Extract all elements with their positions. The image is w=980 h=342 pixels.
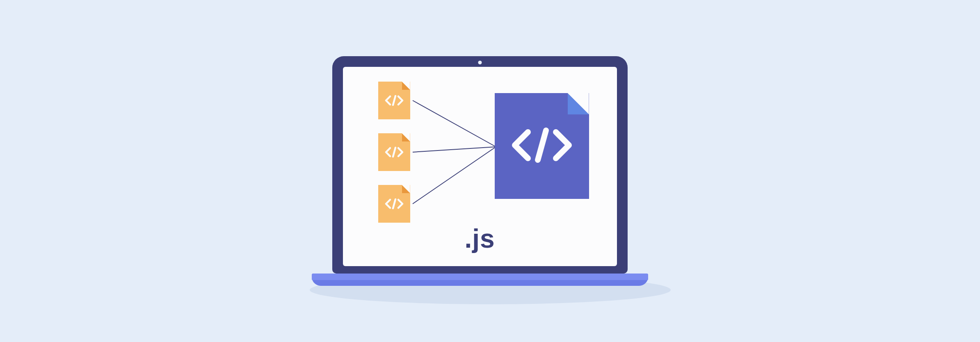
illustration-stage: .js xyxy=(285,23,695,319)
webcam-dot-icon xyxy=(478,61,482,64)
svg-line-1 xyxy=(413,147,496,152)
file-extension-label: .js xyxy=(343,223,617,254)
code-brackets-icon xyxy=(384,95,404,106)
source-file-icon xyxy=(378,82,410,119)
bundle-file-icon xyxy=(495,93,589,199)
code-brackets-icon xyxy=(384,146,404,158)
merge-arrows-icon xyxy=(412,79,502,219)
diagram-content: .js xyxy=(343,67,617,266)
laptop-screen: .js xyxy=(343,67,617,266)
code-brackets-icon xyxy=(384,198,404,210)
source-file-icon xyxy=(378,133,410,171)
laptop-base-edge xyxy=(312,274,648,280)
laptop-lid: .js xyxy=(332,56,628,274)
svg-line-2 xyxy=(413,147,496,204)
svg-line-0 xyxy=(413,100,496,147)
laptop-base xyxy=(312,274,648,286)
source-file-icon xyxy=(378,185,410,223)
source-files-group xyxy=(378,82,410,223)
code-brackets-icon xyxy=(509,125,575,167)
laptop-icon: .js xyxy=(332,56,648,286)
